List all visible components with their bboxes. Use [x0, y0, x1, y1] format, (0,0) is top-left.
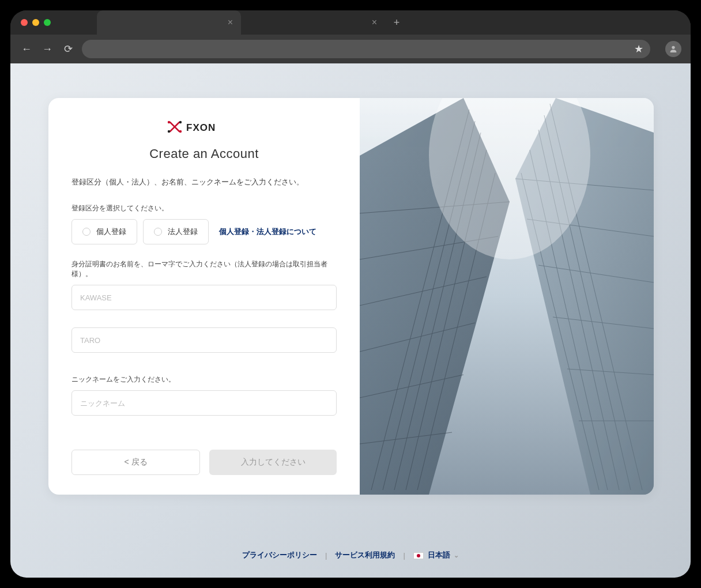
svg-point-2 [168, 130, 170, 133]
registration-type-label: 登録区分を選択してください。 [71, 203, 337, 213]
browser-tabs: × × + [97, 10, 408, 35]
new-tab-button[interactable]: + [385, 10, 408, 35]
radio-dot-icon [154, 228, 162, 236]
svg-text:FXON: FXON [186, 122, 216, 133]
hero-image [360, 98, 654, 495]
firstname-input[interactable] [71, 327, 337, 353]
minimize-window-button[interactable] [32, 19, 39, 26]
chevron-down-icon: ⌄ [454, 552, 459, 559]
terms-link[interactable]: サービス利用規約 [335, 550, 395, 560]
signup-card: FXON Create an Account 登録区分（個人・法人）、お名前、ニ… [48, 98, 654, 495]
radio-corporate-label: 法人登録 [168, 227, 198, 237]
page-viewport: FXON Create an Account 登録区分（個人・法人）、お名前、ニ… [10, 63, 691, 578]
back-button[interactable]: < 戻る [71, 450, 200, 475]
form-panel: FXON Create an Account 登録区分（個人・法人）、お名前、ニ… [48, 98, 360, 495]
nickname-input[interactable] [71, 390, 337, 416]
button-row: < 戻る 入力してください [71, 450, 337, 475]
nav-bar: ← → ⟳ ★ [10, 35, 691, 63]
privacy-link[interactable]: プライバシーポリシー [242, 550, 317, 560]
japan-flag-icon [413, 552, 424, 559]
svg-point-0 [672, 46, 674, 49]
footer: プライバシーポリシー | サービス利用規約 | 日本語 ⌄ [10, 550, 691, 560]
svg-point-4 [179, 130, 182, 133]
back-nav-icon[interactable]: ← [20, 43, 33, 55]
name-section-label: 身分証明書のお名前を、ローマ字でご入力ください（法人登録の場合は取引担当者様）。 [71, 259, 337, 279]
radio-individual[interactable]: 個人登録 [71, 219, 137, 244]
close-window-button[interactable] [21, 19, 28, 26]
browser-tab-2[interactable]: × [241, 10, 385, 35]
reload-icon[interactable]: ⟳ [61, 43, 75, 55]
close-tab-icon[interactable]: × [372, 17, 377, 28]
language-label: 日本語 [428, 551, 450, 559]
brand-logo: FXON [71, 120, 337, 136]
svg-point-3 [179, 121, 182, 123]
browser-frame: × × + ← → ⟳ ★ [10, 10, 691, 578]
traffic-lights [21, 19, 51, 26]
radio-individual-label: 個人登録 [96, 227, 126, 237]
language-selector[interactable]: 日本語 ⌄ [413, 550, 459, 560]
page-title: Create an Account [71, 146, 337, 161]
maximize-window-button[interactable] [44, 19, 51, 26]
nickname-label: ニックネームをご入力ください。 [71, 375, 337, 385]
svg-point-1 [168, 121, 170, 123]
registration-info-link[interactable]: 個人登録・法人登録について [219, 227, 316, 237]
address-bar[interactable]: ★ [82, 40, 650, 58]
footer-separator: | [325, 551, 327, 560]
bookmark-star-icon[interactable]: ★ [634, 43, 643, 55]
page-instruction: 登録区分（個人・法人）、お名前、ニックネームをご入力ください。 [71, 178, 337, 187]
lastname-input[interactable] [71, 285, 337, 310]
radio-corporate[interactable]: 法人登録 [143, 219, 209, 244]
forward-nav-icon[interactable]: → [40, 43, 54, 55]
close-tab-icon[interactable]: × [228, 17, 233, 28]
registration-type-row: 個人登録 法人登録 個人登録・法人登録について [71, 219, 337, 244]
submit-button[interactable]: 入力してください [209, 450, 337, 475]
radio-dot-icon [82, 228, 91, 236]
footer-separator: | [403, 551, 405, 560]
title-bar: × × + [10, 10, 691, 35]
browser-tab-1[interactable]: × [97, 10, 241, 35]
user-avatar-icon[interactable] [665, 41, 681, 57]
